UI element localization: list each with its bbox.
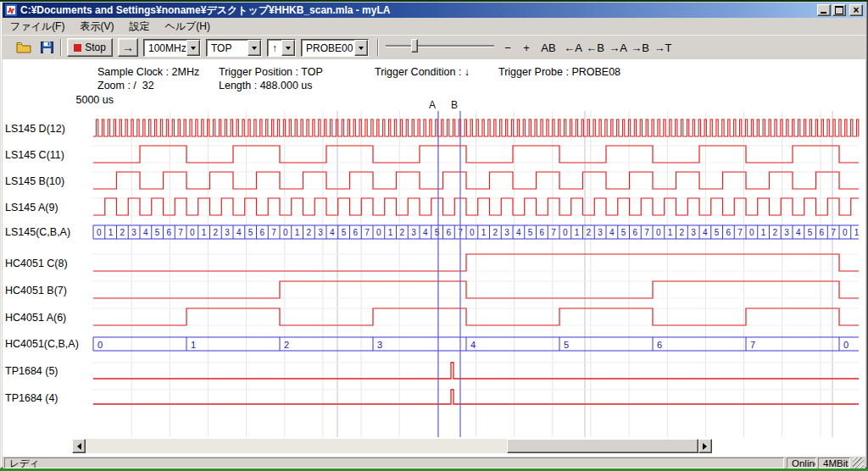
menu-view[interactable]: 表示(V) (72, 18, 121, 36)
trigger-position-value: TOP (207, 40, 248, 56)
goto-b-left-button[interactable]: ←B (584, 38, 606, 57)
length-label: Length : 488.000 us (219, 80, 313, 91)
titlebar[interactable]: C:¥Documents and Settings¥noname¥デスクトップ¥… (3, 3, 865, 18)
menu-settings[interactable]: 設定 (121, 18, 157, 36)
status-ready: レディ (4, 457, 784, 468)
trigger-probe-label: Trigger Probe : PROBE08 (498, 66, 620, 78)
minimize-button[interactable] (817, 4, 831, 16)
app-window: C:¥Documents and Settings¥noname¥デスクトップ¥… (0, 0, 868, 468)
trigger-condition-label: Trigger Condition : ↓ (375, 66, 470, 78)
chevron-down-icon[interactable] (248, 40, 261, 56)
close-button[interactable] (849, 4, 863, 16)
save-button[interactable] (36, 38, 57, 57)
menu-help[interactable]: ヘルプ(H) (157, 18, 218, 36)
probe-select[interactable]: PROBE00 (301, 39, 369, 57)
time-division-label: 5000 us (73, 94, 114, 106)
zoom-label: Zoom : / 32 (97, 80, 154, 91)
statusbar: レディ Online 4MBit (3, 456, 865, 468)
stop-button-label: Stop (85, 42, 106, 53)
stop-button[interactable]: Stop (67, 38, 113, 57)
toolbar-separator (60, 39, 62, 56)
status-online: Online (787, 457, 816, 468)
waveform-area (3, 59, 865, 456)
chevron-down-icon[interactable] (354, 40, 368, 56)
zoom-out-button[interactable]: − (499, 38, 516, 57)
goto-trigger-button[interactable]: →T (652, 38, 674, 57)
folder-open-icon (16, 42, 31, 53)
trigger-position-select[interactable]: TOP (206, 39, 262, 57)
run-arrow-icon: → (122, 41, 134, 54)
slider-track (386, 45, 494, 47)
probe-select-value: PROBE00 (302, 40, 354, 56)
sample-clock-label: Sample Clock : 2MHz (97, 66, 199, 78)
scroll-left-icon[interactable] (72, 439, 86, 453)
window-controls (817, 4, 863, 16)
chevron-down-icon[interactable] (186, 40, 200, 56)
clock-select[interactable]: 100MHz (143, 39, 201, 57)
ab-button[interactable]: AB (537, 38, 559, 57)
trigger-edge-select[interactable]: ↑ (267, 39, 296, 57)
chevron-down-icon[interactable] (281, 40, 295, 56)
clock-select-value: 100MHz (144, 40, 186, 56)
trigger-position-label: Trigger Position : TOP (219, 66, 323, 78)
slider-thumb[interactable] (411, 39, 418, 53)
goto-a-left-button[interactable]: ←A (562, 38, 584, 57)
app-icon (5, 4, 17, 16)
scroll-right-icon[interactable] (698, 439, 712, 453)
trigger-edge-value: ↑ (268, 40, 281, 56)
maximize-button[interactable] (832, 4, 846, 16)
desktop-edge-top (0, 0, 868, 2)
window-title: C:¥Documents and Settings¥noname¥デスクトップ¥… (20, 3, 817, 18)
goto-b-right-button[interactable]: →B (629, 38, 651, 57)
toolbar-separator (377, 39, 379, 56)
stop-icon (74, 44, 81, 52)
menubar: ファイル(F) 表示(V) 設定 ヘルプ(H) (3, 18, 865, 35)
status-memory: 4MBit (818, 457, 850, 468)
zoom-in-button[interactable]: + (518, 38, 535, 57)
zoom-slider[interactable] (386, 37, 494, 54)
floppy-disk-icon (41, 42, 53, 53)
toolbar: Stop → 100MHz TOP ↑ PROBE00 − + AB ←A (3, 35, 865, 59)
menu-file[interactable]: ファイル(F) (3, 18, 72, 36)
scrollbar-thumb[interactable] (507, 439, 698, 453)
horizontal-scrollbar[interactable] (72, 439, 712, 453)
resize-grip-icon[interactable] (853, 457, 864, 468)
run-button[interactable]: → (118, 38, 138, 57)
open-file-button[interactable] (13, 38, 35, 57)
goto-a-right-button[interactable]: →A (607, 38, 629, 57)
